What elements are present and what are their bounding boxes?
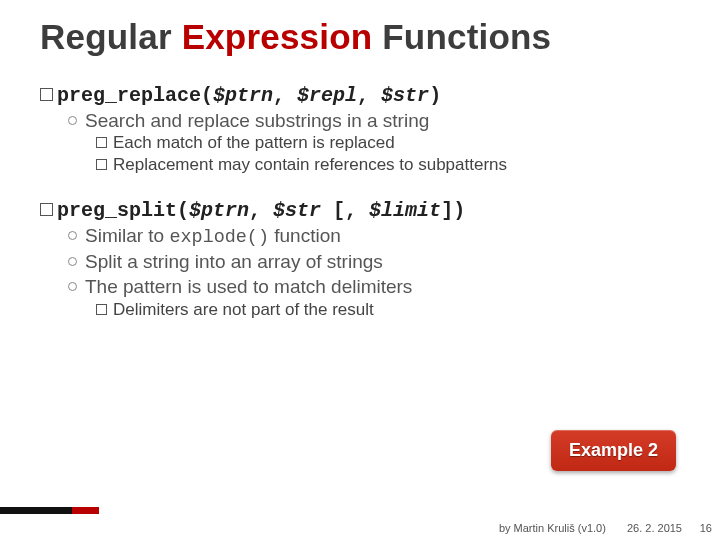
sub-sub-bullet: Delimiters are not part of the result [96,299,690,321]
comma: , [357,84,381,107]
arg-repl: $repl [297,84,357,107]
paren-open: ( [177,199,189,222]
bullet-box-icon [40,88,53,101]
title-word-1: Regular [40,17,182,56]
title-word-2: Expression [182,17,383,56]
sub-text: Search and replace substrings in a strin… [85,110,429,131]
func-name: preg_split [57,199,177,222]
comma: , [273,84,297,107]
arg-ptrn: $ptrn [189,199,249,222]
page-title: Regular Expression Functions [40,18,690,57]
square-bullet-icon [96,304,107,315]
sub-bullet: Split a string into an array of strings [68,250,690,274]
arg-str: $str [381,84,429,107]
sub-bullet: Search and replace substrings in a strin… [68,109,690,133]
ring-bullet-icon [68,282,77,291]
sub-sub-bullet: Replacement may contain references to su… [96,154,690,176]
sub-bullet: Similar to explode() function [68,224,690,249]
square-bullet-icon [96,137,107,148]
slide: Regular Expression Functions preg_replac… [0,0,720,540]
title-word-3: Functions [382,17,551,56]
func-preg-replace: preg_replace($ptrn, $repl, $str) [40,83,690,107]
ring-bullet-icon [68,257,77,266]
inline-code-explode: explode() [169,227,269,248]
sub-text: Replacement may contain references to su… [113,155,507,174]
sub-text-pre: Similar to [85,225,169,246]
footer-date: 26. 2. 2015 [627,522,682,534]
ring-bullet-icon [68,116,77,125]
paren-close: ) [429,84,441,107]
opt-close: ] [441,199,453,222]
func-preg-split: preg_split($ptrn, $str [, $limit]) [40,198,690,222]
square-bullet-icon [96,159,107,170]
sub-text: Delimiters are not part of the result [113,300,374,319]
func-name: preg_replace [57,84,201,107]
paren-open: ( [201,84,213,107]
sub-bullet: The pattern is used to match delimiters [68,275,690,299]
bullet-box-icon [40,203,53,216]
example-button[interactable]: Example 2 [551,430,676,471]
sub-text: Split a string into an array of strings [85,251,383,272]
footer: by Martin Kruliš (v1.0) 26. 2. 2015 [499,522,682,534]
footer-author: by Martin Kruliš (v1.0) [499,522,606,534]
page-number: 16 [700,522,712,534]
sub-text: The pattern is used to match delimiters [85,276,412,297]
content-body: preg_replace($ptrn, $repl, $str) Search … [40,83,690,322]
sub-sub-bullet: Each match of the pattern is replaced [96,132,690,154]
accent-bar-icon [0,507,160,514]
arg-limit: $limit [369,199,441,222]
arg-str: $str [273,199,321,222]
paren-close: ) [453,199,465,222]
comma: , [249,199,273,222]
sub-text-post: function [269,225,341,246]
opt-open: [, [321,199,369,222]
sub-text: Each match of the pattern is replaced [113,133,395,152]
example-button-label: Example 2 [569,440,658,460]
arg-ptrn: $ptrn [213,84,273,107]
ring-bullet-icon [68,231,77,240]
